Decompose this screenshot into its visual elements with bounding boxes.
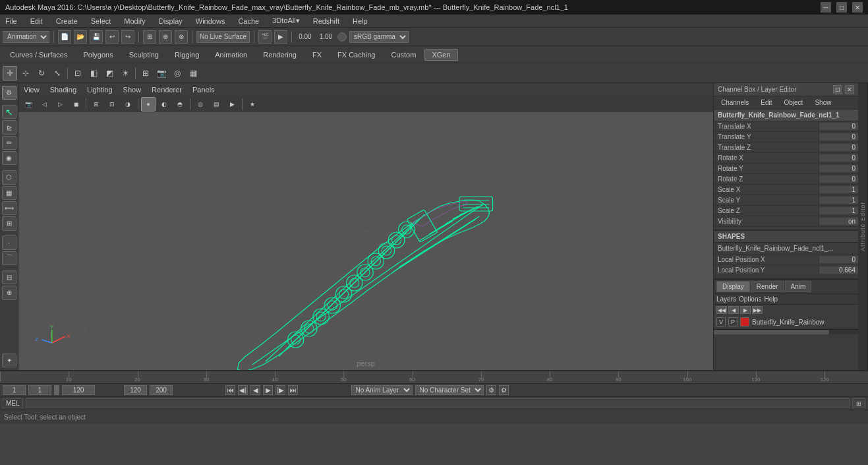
vp-prev-btn[interactable]: ◁ <box>37 97 51 111</box>
channel-value[interactable]: 1 <box>819 186 858 193</box>
view-btn[interactable]: ⊕ <box>2 286 16 299</box>
display-tab-anim[interactable]: Anim <box>785 281 812 292</box>
close-button[interactable]: ✕ <box>852 2 863 13</box>
viewport-view-menu[interactable]: View <box>21 86 42 94</box>
settings-btn[interactable]: ⚙ <box>2 86 16 100</box>
resolution-btn[interactable]: ▦ <box>186 66 200 80</box>
layers-tab[interactable]: Layers <box>716 295 736 303</box>
current-frame-input[interactable] <box>3 385 26 395</box>
channel-value[interactable]: 0 <box>819 165 858 172</box>
module-tab-6[interactable]: FX <box>305 49 329 61</box>
display-tab-display[interactable]: Display <box>716 281 750 292</box>
module-tab-7[interactable]: FX Caching <box>330 49 382 61</box>
menu-item-edit[interactable]: Edit <box>28 15 45 27</box>
layer-playback-toggle[interactable]: P <box>728 317 738 326</box>
snap-curve-btn[interactable]: ⌒ <box>2 251 16 265</box>
vp-isolate-toggle[interactable]: ◎ <box>193 97 208 111</box>
panel-undock-btn[interactable]: ⊡ <box>833 85 842 94</box>
sculpt-btn[interactable]: ◉ <box>2 151 16 165</box>
menu-item-display[interactable]: Display <box>156 15 185 27</box>
vp-grid-toggle[interactable]: ⊞ <box>89 97 103 111</box>
menu-item-redshift[interactable]: Redshift <box>310 15 342 27</box>
vp-cam-btn[interactable]: 📷 <box>21 97 36 111</box>
anim-layer-select[interactable]: No Anim Layer <box>351 385 413 395</box>
menu-item-cache[interactable]: Cache <box>235 15 262 27</box>
vp-res-toggle[interactable]: ▤ <box>209 97 223 111</box>
snap-btn[interactable]: ⊞ <box>143 30 156 44</box>
vp-next-btn[interactable]: ▷ <box>53 97 67 111</box>
prev-frame-btn[interactable]: ◀ <box>250 385 260 395</box>
gamma-select[interactable]: sRGB gamma <box>349 31 409 43</box>
menu-item-windows[interactable]: Windows <box>193 15 228 27</box>
menu-item-create[interactable]: Create <box>53 15 80 27</box>
menu-item-dtoall[interactable]: 3DtoAll▾ <box>270 15 302 27</box>
maximize-button[interactable]: □ <box>836 2 847 13</box>
layer-scrollbar[interactable] <box>714 329 858 334</box>
arrow-last-btn[interactable]: ▶▶ <box>752 306 763 314</box>
viewport-show-menu[interactable]: Show <box>121 86 144 94</box>
max-frame-input[interactable] <box>124 385 147 395</box>
vp-stop-btn[interactable]: ◼ <box>69 97 83 111</box>
vp-ao-toggle[interactable]: ◓ <box>173 97 187 111</box>
timeline-ruler[interactable]: 1102030405060708090100110120 <box>0 371 868 384</box>
channel-value[interactable]: 0 <box>819 123 858 130</box>
module-tab-5[interactable]: Rendering <box>256 49 304 61</box>
new-file-btn[interactable]: 📄 <box>58 30 71 44</box>
display-tab-render[interactable]: Render <box>751 281 784 292</box>
viewport[interactable]: View Shading Lighting Show Renderer Pane… <box>18 83 713 370</box>
step-back-btn[interactable]: ◀| <box>238 385 248 395</box>
lasso-btn[interactable]: ⊵ <box>2 120 16 134</box>
module-tab-1[interactable]: Polygons <box>76 49 120 61</box>
module-tab-3[interactable]: Rigging <box>167 49 206 61</box>
menu-item-select[interactable]: Select <box>88 15 114 27</box>
cb-tab-show[interactable]: Show <box>810 98 836 108</box>
local-pos-value[interactable]: 0 <box>819 256 858 263</box>
next-frame-btn[interactable]: |▶ <box>275 385 285 395</box>
shaded-btn[interactable]: ◧ <box>86 66 101 80</box>
isolate-btn[interactable]: ◎ <box>170 66 185 80</box>
textured-btn[interactable]: ◩ <box>102 66 117 80</box>
menu-item-file[interactable]: File <box>3 15 20 27</box>
grid-btn[interactable]: ⊞ <box>138 66 153 80</box>
channel-value[interactable]: 1 <box>819 207 858 214</box>
cb-tab-channels[interactable]: Channels <box>716 98 753 108</box>
extrude-btn[interactable]: ▦ <box>2 186 16 200</box>
bridge-btn[interactable]: ⟺ <box>2 201 16 215</box>
range-start-input[interactable] <box>28 385 51 395</box>
local-pos-value[interactable]: 0.664 <box>819 266 858 274</box>
render2-btn[interactable]: ▶ <box>274 30 287 44</box>
module-tab-8[interactable]: Custom <box>384 49 424 61</box>
xgen-btn[interactable]: ✦ <box>2 354 16 367</box>
channel-value[interactable]: 0 <box>819 144 858 151</box>
menu-item-help[interactable]: Help <box>350 15 370 27</box>
arrow-prev-btn[interactable]: ◀ <box>728 306 739 314</box>
create-poly-btn[interactable]: ⬡ <box>2 170 16 184</box>
vp-render-toggle[interactable]: ▶ <box>225 97 239 111</box>
animation-mode-select[interactable]: Animation <box>3 31 49 43</box>
select-tool-btn[interactable]: ✛ <box>3 66 17 80</box>
scale-tool-btn[interactable]: ⤡ <box>50 66 65 80</box>
open-file-btn[interactable]: 📂 <box>74 30 87 44</box>
anim-pref-btn[interactable]: ⚙ <box>499 385 509 395</box>
undo-btn[interactable]: ↩ <box>105 30 119 44</box>
vp-wireframe-toggle[interactable]: ⊡ <box>105 97 119 111</box>
layer-color-swatch[interactable] <box>740 317 749 326</box>
channel-value[interactable]: 1 <box>819 197 858 204</box>
mel-input[interactable] <box>26 398 850 408</box>
viewport-panels-menu[interactable]: Panels <box>190 86 217 94</box>
minimize-button[interactable]: ─ <box>821 2 831 13</box>
range-end-input[interactable] <box>62 385 95 395</box>
vp-active-toggle[interactable]: ● <box>141 97 156 111</box>
merge-btn[interactable]: ⊞ <box>2 216 16 230</box>
goto-start-btn[interactable]: ⏮ <box>225 385 235 395</box>
options-tab[interactable]: Options <box>739 295 761 303</box>
char-set-btn[interactable]: ⚙ <box>486 385 496 395</box>
layout-btn[interactable]: ⊟ <box>2 270 16 284</box>
mel-confirm-btn[interactable]: ⊞ <box>852 398 865 408</box>
select-arrow-btn[interactable]: ↖ <box>2 105 16 119</box>
module-tab-9[interactable]: XGen <box>424 49 457 61</box>
channel-value[interactable]: 0 <box>819 133 858 140</box>
camera-btn[interactable]: 📷 <box>154 66 169 80</box>
vp-smooth-toggle[interactable]: ◑ <box>121 97 135 111</box>
help-tab[interactable]: Help <box>764 295 778 303</box>
